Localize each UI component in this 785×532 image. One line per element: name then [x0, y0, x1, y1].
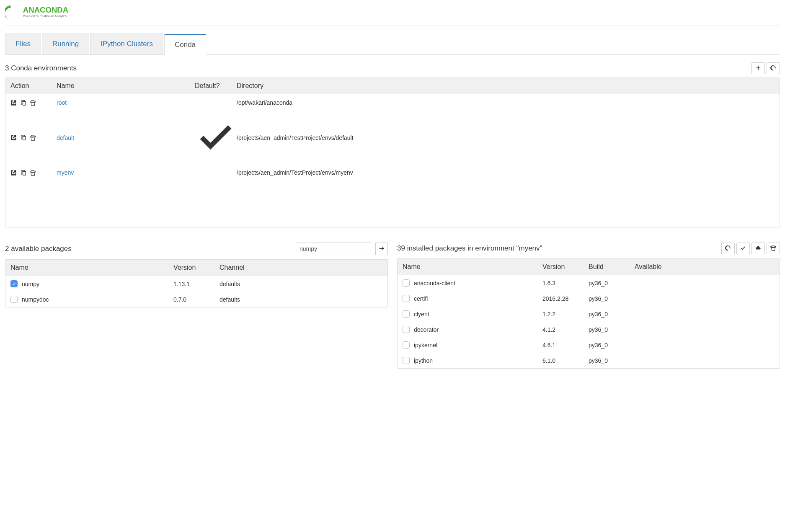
pkg-checkbox[interactable] [10, 280, 18, 287]
brand-tagline: Powered by Continuum Analytics [23, 15, 67, 18]
pkg-name: ipykernel [414, 342, 437, 349]
pkg-version: 1.6.3 [542, 280, 589, 287]
open-env-icon[interactable] [10, 170, 17, 176]
pkg-checkbox[interactable] [10, 296, 18, 303]
env-row: root /opt/wakari/anaconda [5, 94, 780, 111]
avail-col-name: Name [10, 264, 173, 271]
delete-installed-button[interactable] [767, 243, 780, 254]
pkg-build: py36_0 [589, 326, 635, 333]
env-count-title: 3 Conda environments [5, 64, 77, 72]
add-env-button[interactable] [751, 62, 765, 74]
tabs: Files Running IPython Clusters Conda [5, 34, 780, 55]
pkg-channel: defaults [219, 281, 382, 287]
pkg-build: py36_0 [589, 311, 635, 318]
delete-env-icon[interactable] [30, 170, 36, 176]
installed-row: anaconda-client 1.6.3 py36_0 [398, 275, 780, 291]
pkg-build: py36_0 [589, 280, 635, 287]
search-input[interactable] [296, 243, 371, 255]
trash-icon [770, 245, 776, 252]
inst-col-available: Available [635, 263, 775, 271]
refresh-env-button[interactable] [767, 62, 780, 74]
pkg-checkbox[interactable] [403, 279, 410, 287]
clone-env-icon[interactable] [20, 134, 26, 141]
refresh-icon [770, 65, 776, 72]
inst-col-name: Name [403, 263, 542, 271]
clone-env-icon[interactable] [20, 100, 26, 106]
installed-row: ipython 6.1.0 py36_0 [398, 353, 780, 368]
pkg-version: 2016.2.28 [542, 295, 589, 302]
env-directory: /projects/aen_admin/TestProject/envs/def… [237, 134, 775, 141]
pkg-version: 4.6.1 [542, 342, 589, 349]
tab-running[interactable]: Running [42, 34, 89, 54]
plus-icon [755, 65, 761, 72]
env-name-link[interactable]: default [57, 134, 195, 141]
pkg-version: 6.1.0 [542, 357, 589, 364]
available-table: Name Version Channel numpy 1.13.1 defaul… [5, 259, 388, 307]
pkg-name: anaconda-client [414, 280, 455, 287]
available-title: 2 available packages [5, 245, 72, 253]
update-cloud-button[interactable] [751, 243, 765, 254]
pkg-checkbox[interactable] [403, 310, 410, 318]
pkg-name: ipython [414, 357, 433, 364]
env-directory: /opt/wakari/anaconda [237, 99, 775, 106]
pkg-checkbox[interactable] [403, 341, 410, 349]
inst-col-build: Build [589, 263, 635, 271]
open-env-icon[interactable] [10, 134, 17, 141]
pkg-build: py36_0 [589, 295, 635, 302]
env-col-name: Name [57, 82, 195, 90]
installed-row: clyent 1.2.2 py36_0 [398, 306, 780, 322]
env-col-default: Default? [195, 82, 237, 90]
arrow-right-icon [379, 245, 385, 253]
avail-col-channel: Channel [219, 264, 382, 271]
pkg-version: 1.2.2 [542, 311, 589, 318]
pkg-version: 1.13.1 [173, 281, 219, 287]
env-name-link[interactable]: myenv [57, 169, 195, 176]
check-updates-button[interactable] [736, 243, 750, 254]
pkg-name: clyent [414, 311, 429, 318]
tab-files[interactable]: Files [5, 34, 41, 54]
search-submit-button[interactable] [375, 243, 388, 255]
cloud-download-icon [755, 245, 761, 252]
delete-env-icon[interactable] [30, 134, 36, 141]
pkg-checkbox[interactable] [403, 357, 410, 364]
brand-name: ANACONDA [23, 5, 68, 14]
installed-row: certifi 2016.2.28 py36_0 [398, 291, 780, 306]
installed-table: Name Version Build Available anaconda-cl… [397, 258, 780, 369]
pkg-name: decorator [414, 326, 439, 333]
env-name-link[interactable]: root [57, 99, 195, 106]
pkg-name: numpy [22, 281, 39, 287]
env-table: Action Name Default? Directory root /opt… [5, 77, 780, 227]
pkg-name: numpydoc [22, 296, 49, 303]
available-row: numpydoc 0.7.0 defaults [5, 292, 387, 307]
tab-conda[interactable]: Conda [164, 34, 206, 55]
clone-env-icon[interactable] [20, 170, 26, 176]
env-row: myenv /projects/aen_admin/TestProject/en… [5, 164, 780, 181]
open-env-icon[interactable] [10, 100, 17, 106]
check-icon [740, 245, 746, 252]
header: ANACONDA Powered by Continuum Analytics [5, 0, 780, 26]
available-row: numpy 1.13.1 defaults [5, 276, 387, 292]
pkg-version: 4.1.2 [542, 326, 589, 333]
inst-col-version: Version [542, 263, 589, 271]
pkg-version: 0.7.0 [173, 296, 219, 303]
pkg-channel: defaults [219, 296, 382, 303]
pkg-checkbox[interactable] [403, 295, 410, 302]
anaconda-logo: ANACONDA Powered by Continuum Analytics [5, 4, 95, 22]
pkg-build: py36_0 [589, 342, 635, 349]
env-row: default /projects/aen_admin/TestProject/… [5, 111, 780, 164]
pkg-name: certifi [414, 295, 428, 302]
refresh-installed-button[interactable] [721, 243, 735, 254]
delete-env-icon[interactable] [30, 100, 36, 106]
tab-ipython-clusters[interactable]: IPython Clusters [90, 34, 163, 54]
avail-col-version: Version [173, 264, 219, 271]
installed-title: 39 installed packages in environment "my… [397, 244, 542, 253]
pkg-build: py36_0 [589, 357, 635, 364]
env-col-action: Action [10, 82, 57, 90]
installed-row: decorator 4.1.2 py36_0 [398, 322, 780, 337]
pkg-checkbox[interactable] [403, 326, 410, 333]
env-directory: /projects/aen_admin/TestProject/envs/mye… [237, 169, 775, 176]
check-icon [195, 152, 237, 159]
env-col-directory: Directory [237, 82, 775, 90]
installed-row: ipykernel 4.6.1 py36_0 [398, 337, 780, 353]
refresh-icon [725, 245, 731, 252]
